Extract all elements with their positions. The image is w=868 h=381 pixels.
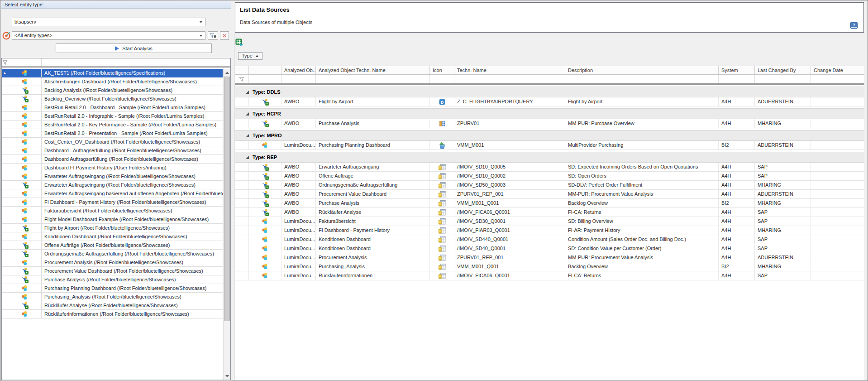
filter-cell[interactable] bbox=[235, 75, 249, 83]
scroll-up-button[interactable] bbox=[224, 69, 230, 76]
list-item[interactable]: Abschreibungen Dashboard (/Root Folder/b… bbox=[2, 77, 223, 86]
chevron-down-icon[interactable] bbox=[200, 35, 202, 37]
list-item[interactable]: Backlog_Overview (/Root Folder/bluetelli… bbox=[2, 95, 223, 103]
list-item[interactable]: BestRun Retail 2.0 - Dashboard - Sample … bbox=[2, 103, 223, 112]
list-item[interactable]: BestRunRetail 2.0 - Infographic - Sample… bbox=[2, 112, 223, 121]
table-row[interactable]: LumiraDocu... Procurement Analysis ZPURV… bbox=[235, 253, 864, 262]
entity-type-combo[interactable]: <All entity types> bbox=[12, 31, 205, 40]
filter-cell[interactable] bbox=[281, 75, 316, 83]
system-combo[interactable]: btsapserv bbox=[12, 18, 205, 26]
grid-filter-row[interactable] bbox=[235, 75, 864, 85]
list-item[interactable]: ▸ AK_TEST1 (/Root Folder/bluetelligence/… bbox=[2, 69, 223, 77]
filter-cell[interactable] bbox=[454, 75, 565, 83]
column-header[interactable] bbox=[235, 66, 249, 74]
column-header[interactable] bbox=[249, 66, 281, 74]
scroll-down-button[interactable] bbox=[224, 372, 230, 380]
list-item[interactable]: Flight by Airport (/Root Folder/bluetell… bbox=[2, 224, 223, 232]
lumira-document-icon bbox=[21, 311, 28, 318]
start-analysis-button[interactable]: Start Analysis bbox=[56, 43, 212, 53]
group-expanded-icon[interactable] bbox=[246, 91, 249, 94]
clear-filter-x-icon: ✕ bbox=[222, 33, 227, 39]
list-item[interactable]: Erwarteter Auftragseingang (/Root Folder… bbox=[2, 172, 223, 181]
list-item[interactable]: Konditionen Dashboard (/Root Folder/blue… bbox=[2, 232, 223, 241]
filter-cell[interactable] bbox=[430, 75, 454, 83]
filter-cell[interactable] bbox=[811, 75, 864, 83]
table-row[interactable]: AWBO Purchase Analysis ZPURV01 MM-PUR: P… bbox=[235, 119, 864, 128]
filter-cell[interactable] bbox=[8, 58, 42, 66]
column-header[interactable]: Icon bbox=[430, 66, 454, 74]
scrollbar-thumb[interactable] bbox=[224, 77, 230, 321]
filter-cell[interactable] bbox=[249, 75, 281, 83]
column-header[interactable]: Change Date bbox=[811, 66, 864, 74]
group-row[interactable]: Type: REP bbox=[235, 152, 864, 163]
list-item[interactable]: Fakturaübersicht (/Root Folder/bluetelli… bbox=[2, 207, 223, 215]
column-header[interactable]: Analyzed Object Techn. Name bbox=[316, 66, 430, 74]
panel-splitter[interactable] bbox=[231, 1, 234, 381]
list-item[interactable]: Dashboard Auftragserfüllung (/Root Folde… bbox=[2, 155, 223, 164]
table-row[interactable]: AWBO Offene Aufträge /IMO/V_SD10_Q0002 S… bbox=[235, 172, 864, 181]
filter-cell[interactable] bbox=[316, 75, 430, 83]
column-header[interactable]: Description bbox=[565, 66, 719, 74]
table-row[interactable]: AWBO Erwarteter Auftragseingang /IMO/V_S… bbox=[235, 163, 864, 172]
list-item[interactable]: Rückläufer Analyse (/Root Folder/bluetel… bbox=[2, 301, 223, 310]
entity-list-scrollbar[interactable] bbox=[223, 69, 230, 380]
group-expanded-icon[interactable] bbox=[246, 156, 249, 159]
list-item[interactable]: Erwarteter Auftragseingang basierend auf… bbox=[2, 189, 223, 198]
column-header[interactable]: Analyzed Ob... bbox=[281, 66, 316, 74]
table-row[interactable]: AWBO Ordnungsgemäße Auftragserfüllung /I… bbox=[235, 181, 864, 190]
list-item[interactable]: Procurement Value Dashboard (/Root Folde… bbox=[2, 267, 223, 275]
entity-list-filter-row[interactable] bbox=[2, 58, 230, 68]
list-item[interactable]: Rückläuferinformationen (/Root Folder/bl… bbox=[2, 310, 223, 318]
column-header[interactable]: Techn. Name bbox=[454, 66, 565, 74]
group-by-type-chip[interactable]: Type bbox=[238, 52, 262, 60]
group-row[interactable]: Type: HCPR bbox=[235, 108, 864, 119]
list-item[interactable]: Ordnungsgemäße Auftragserfüllung (/Root … bbox=[2, 250, 223, 258]
group-expanded-icon[interactable] bbox=[246, 112, 249, 116]
row-indicator bbox=[2, 267, 8, 275]
list-item[interactable]: BestRunRetail 2.0 - Presentation - Sampl… bbox=[2, 129, 223, 138]
clear-filter-button[interactable]: ✕ bbox=[220, 31, 229, 40]
table-row[interactable]: AWBO Procurement Value Dashboard ZPURV01… bbox=[235, 190, 864, 199]
list-item[interactable]: Backlog Analysis (/Root Folder/bluetelli… bbox=[2, 86, 223, 95]
analyzed-object-name-cell: Fakturaübersicht bbox=[316, 217, 430, 226]
table-row[interactable]: LumiraDocu... Purchasing Planning Dashbo… bbox=[235, 141, 864, 150]
edit-filter-button[interactable] bbox=[208, 31, 218, 40]
export-excel-button[interactable] bbox=[235, 39, 243, 47]
list-item[interactable]: Procurement Analysis (/Root Folder/bluet… bbox=[2, 258, 223, 267]
lumira-document-icon bbox=[262, 245, 268, 252]
list-item[interactable]: Cost_Center_OV_Dashboard (/Root Folder/b… bbox=[2, 138, 223, 146]
chevron-down-icon[interactable] bbox=[200, 21, 202, 23]
table-row[interactable]: LumiraDocu... Konditionen Dashboard /IMO… bbox=[235, 244, 864, 253]
table-row[interactable]: LumiraDocu... Fakturaübersicht /IMO/V_SD… bbox=[235, 217, 864, 226]
table-row[interactable]: LumiraDocu... Konditionen Dashboard /IMO… bbox=[235, 235, 864, 244]
filter-cell[interactable] bbox=[42, 58, 230, 66]
list-item[interactable]: Purchasing_Analysis (/Root Folder/bluete… bbox=[2, 293, 223, 301]
list-item[interactable]: Erwarteter Auftragseingang (/Root Folder… bbox=[2, 181, 223, 189]
column-header[interactable]: System bbox=[719, 66, 755, 74]
table-row[interactable]: AWBO Purchase Analysis VMM_M001_Q001 Bac… bbox=[235, 199, 864, 208]
table-row[interactable]: LumiraDocu... FI Dashboard - Payment His… bbox=[235, 226, 864, 235]
help-button[interactable]: ? bbox=[850, 21, 858, 29]
list-item[interactable]: Purchasing Planning Dashboard (/Root Fol… bbox=[2, 284, 223, 293]
group-row[interactable]: Type: MPRO bbox=[235, 130, 864, 141]
list-item[interactable]: Dashboard FI Payment History (/User Fold… bbox=[2, 164, 223, 172]
filter-cell[interactable] bbox=[719, 75, 755, 83]
column-header[interactable]: Last Changed By bbox=[755, 66, 811, 74]
datasource-icon-cell bbox=[430, 208, 454, 217]
list-item[interactable]: BestRunRetail 2.0 - Key Peformance - Sam… bbox=[2, 121, 223, 129]
group-row[interactable]: Type: DDLS bbox=[235, 87, 864, 97]
list-item[interactable]: Flight Model Dashboard Example (/Root Fo… bbox=[2, 215, 223, 224]
table-row[interactable]: LumiraDocu... Rückläuferinformationen /I… bbox=[235, 271, 864, 280]
table-row[interactable]: AWBO Rückläufer Analyse /IMO/V_FICA06_Q0… bbox=[235, 208, 864, 217]
group-label: Type: DDLS bbox=[253, 89, 281, 95]
table-row[interactable]: AWBO Flight by Airport D Z_C_FLIGHTBYAIR… bbox=[235, 97, 864, 106]
list-item[interactable]: Offene Aufträge (/Root Folder/bluetellig… bbox=[2, 241, 223, 250]
list-item[interactable]: Purchase Analysis (/Root Folder/bluetell… bbox=[2, 275, 223, 284]
list-item[interactable]: FI Dashboard - Payment History (/Root Fo… bbox=[2, 198, 223, 207]
filter-cell[interactable] bbox=[755, 75, 811, 83]
list-item[interactable]: Dashboard - Auftragserfüllung (/Root Fol… bbox=[2, 146, 223, 155]
group-expanded-icon[interactable] bbox=[246, 134, 249, 137]
table-row[interactable]: LumiraDocu... Purchasing_Analysis VMM_M0… bbox=[235, 262, 864, 271]
filter-cell[interactable] bbox=[565, 75, 719, 83]
bex-query-icon bbox=[438, 254, 446, 261]
